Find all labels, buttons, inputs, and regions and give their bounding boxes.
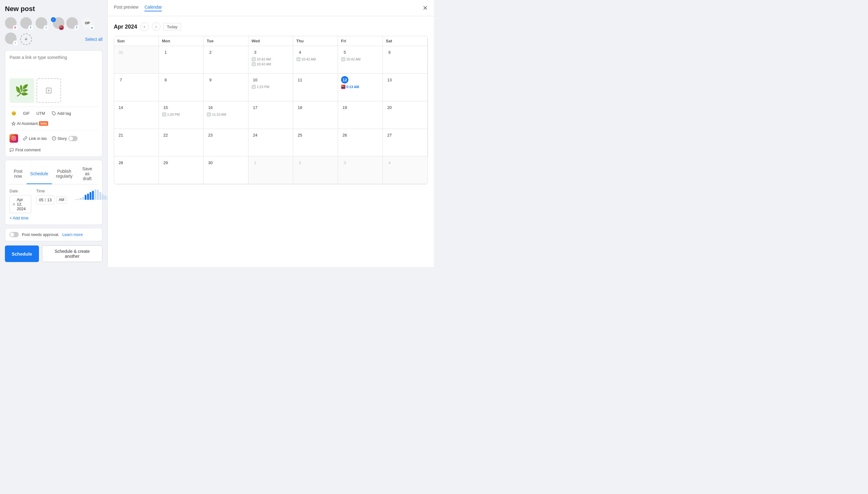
calendar-cell[interactable]: 2 <box>293 156 338 184</box>
add-time-button[interactable]: + Add time <box>9 216 28 220</box>
add-account-button[interactable]: + <box>20 34 32 45</box>
ampm-button[interactable]: AM <box>56 196 67 204</box>
right-panel: Post preview Calendar ✕ Apr 2024 ‹ › Tod… <box>107 0 434 267</box>
calendar-cell[interactable]: 16🕐11:10 AM <box>204 101 249 129</box>
calendar-cell[interactable]: 28 <box>114 156 159 184</box>
toolbar-row: 😊 GIF UTM Add tag AI Assistant beta <box>9 107 98 127</box>
utm-button[interactable]: UTM <box>35 110 47 117</box>
calendar-cell[interactable]: 20 <box>383 101 428 129</box>
calendar-cell[interactable]: 21 <box>114 129 159 156</box>
calendar-cell[interactable]: 9 <box>204 74 249 101</box>
calendar-date: 22 <box>162 131 169 139</box>
tab-post-now[interactable]: Post now <box>9 165 27 184</box>
event-time: 11:10 AM <box>212 113 226 116</box>
today-button[interactable]: Today <box>163 23 181 31</box>
account-twitter[interactable]: 𝕏 <box>36 17 49 31</box>
add-tag-button[interactable]: Add tag <box>50 110 73 117</box>
calendar-icon <box>13 202 15 207</box>
schedule-create-button[interactable]: Schedule & create another <box>42 245 102 262</box>
post-textarea[interactable] <box>9 55 98 73</box>
calendar-cell[interactable]: 11 <box>293 74 338 101</box>
calendar-cell[interactable]: 2 <box>204 46 249 74</box>
linkedin-badge: in <box>90 25 95 30</box>
calendar-header: Apr 2024 ‹ › Today <box>114 22 428 31</box>
calendar-cell[interactable]: 27 <box>383 129 428 156</box>
tab-calendar[interactable]: Calendar <box>144 5 162 11</box>
instagram-icon <box>9 134 18 143</box>
select-all-button[interactable]: Select all <box>85 37 102 42</box>
calendar-cell[interactable]: 13 <box>383 74 428 101</box>
account-instagram[interactable]: ✓ 📷 <box>51 17 64 31</box>
calendar-cell[interactable]: 6 <box>383 46 428 74</box>
event-icon: 🕐 <box>296 57 301 61</box>
link-in-bio-label: Link in bio <box>29 136 47 141</box>
media-thumb-1[interactable]: 🌿 <box>9 78 34 103</box>
svg-point-6 <box>15 137 15 137</box>
account-facebook-2[interactable]: f <box>66 17 80 31</box>
tab-post-preview[interactable]: Post preview <box>114 5 138 11</box>
prev-month-button[interactable]: ‹ <box>140 22 149 31</box>
calendar-cell[interactable]: 3 <box>338 156 383 184</box>
calendar-cell[interactable]: 22 <box>159 129 204 156</box>
calendar-cell[interactable]: 19 <box>338 101 383 129</box>
emoji-button[interactable]: 😊 <box>9 110 18 117</box>
learn-more-link[interactable]: Learn more <box>62 232 82 237</box>
story-icon <box>52 136 56 140</box>
calendar-cell[interactable]: 12📷5:13 AM <box>338 74 383 101</box>
calendar-cell[interactable]: 30 <box>204 156 249 184</box>
calendar-date: 28 <box>117 159 124 166</box>
calendar-cell[interactable]: 31 <box>114 46 159 74</box>
link-in-bio-button[interactable]: Link in bio <box>23 136 47 141</box>
account-facebook-1[interactable]: f <box>20 17 34 31</box>
event-icon: 🕐 <box>252 57 256 61</box>
calendar-cell[interactable]: 23 <box>204 129 249 156</box>
calendar-cell[interactable]: 14 <box>114 101 159 129</box>
calendar-cell[interactable]: 10🕐1:23 PM <box>249 74 293 101</box>
event-time: 10:42 AM <box>301 57 316 61</box>
date-input[interactable]: Apr 12, 2024 <box>9 195 31 213</box>
calendar-cell[interactable]: 1 <box>249 156 293 184</box>
schedule-button[interactable]: Schedule <box>5 245 39 262</box>
calendar-cell[interactable]: 25 <box>293 129 338 156</box>
close-button[interactable]: ✕ <box>423 4 428 12</box>
calendar-grid: SunMonTueWedThuFriSat31123🕐10:42 AM🕐10:4… <box>114 36 428 185</box>
calendar-day-header: Sat <box>383 36 428 46</box>
calendar-day-header: Wed <box>249 36 293 46</box>
calendar-cell[interactable]: 29 <box>159 156 204 184</box>
approval-toggle[interactable] <box>9 232 19 237</box>
calendar-date: 21 <box>117 131 124 139</box>
tab-publish-regularly[interactable]: Publish regularly <box>52 165 77 184</box>
time-input[interactable]: 05 : 13 <box>36 195 55 204</box>
calendar-cell[interactable]: 7 <box>114 74 159 101</box>
calendar-cell[interactable]: 5🕐10:42 AM <box>338 46 383 74</box>
calendar-cell[interactable]: 1 <box>159 46 204 74</box>
account-linkedin[interactable]: OP in <box>82 17 95 31</box>
calendar-cell[interactable]: 8 <box>159 74 204 101</box>
calendar-cell[interactable]: 15🕐1:20 PM <box>159 101 204 129</box>
calendar-date: 30 <box>207 159 214 166</box>
calendar-month: Apr 2024 <box>114 24 137 30</box>
calendar-cell[interactable]: 18 <box>293 101 338 129</box>
calendar-cell[interactable]: 3🕐10:42 AM🕐10:42 AM <box>249 46 293 74</box>
calendar-cell[interactable]: 4 <box>383 156 428 184</box>
first-comment-button[interactable]: First comment <box>9 148 40 152</box>
tabs-row: Post now Schedule Publish regularly Save… <box>9 165 98 185</box>
calendar-date: 5 <box>341 49 349 56</box>
calendar-cell[interactable]: 24 <box>249 129 293 156</box>
story-button[interactable]: Story <box>52 136 78 141</box>
calendar-date: 11 <box>296 76 304 83</box>
tab-schedule[interactable]: Schedule <box>27 165 52 184</box>
calendar-cell[interactable]: 4🕐10:42 AM <box>293 46 338 74</box>
calendar-cell[interactable]: 17 <box>249 101 293 129</box>
story-toggle[interactable] <box>68 136 78 141</box>
account-teams[interactable]: T <box>5 33 18 46</box>
calendar-date: 8 <box>162 76 169 83</box>
add-media-button[interactable] <box>37 78 61 103</box>
ai-assistant-button[interactable]: AI Assistant beta <box>9 120 50 127</box>
gif-button[interactable]: GIF <box>21 110 32 117</box>
next-month-button[interactable]: › <box>152 22 160 31</box>
account-pinterest[interactable]: 𝐏 <box>5 17 18 31</box>
event-time: 5:13 AM <box>346 85 359 89</box>
tab-save-draft[interactable]: Save as draft <box>77 165 98 184</box>
calendar-cell[interactable]: 26 <box>338 129 383 156</box>
